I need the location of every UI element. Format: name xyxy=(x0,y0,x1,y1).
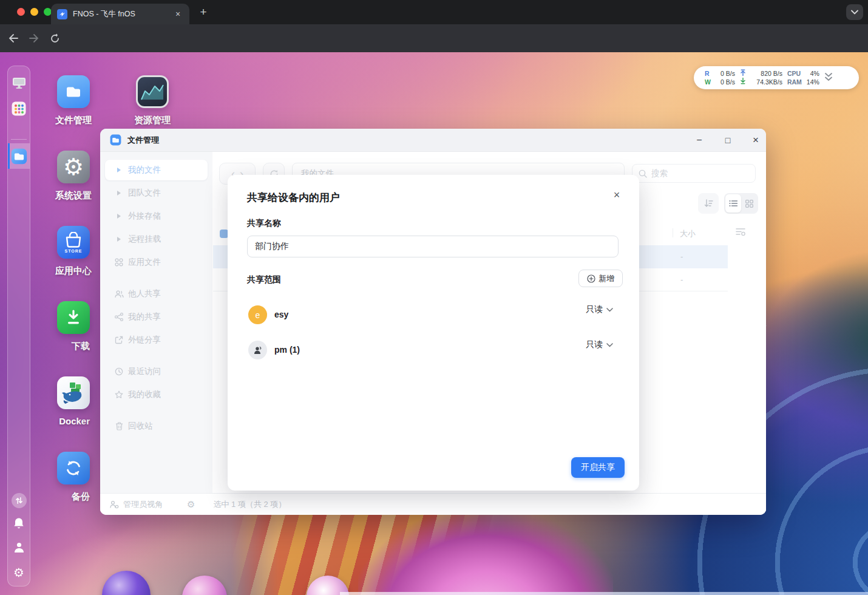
sidebar-item-my-files[interactable]: 我的文件 xyxy=(105,160,208,180)
list-view-icon xyxy=(729,200,737,207)
desktop-icon-resource-monitor[interactable]: 资源管理 xyxy=(136,75,169,126)
dialog-close-icon[interactable]: × xyxy=(609,187,625,203)
forward-icon[interactable] xyxy=(25,30,42,47)
search-input[interactable] xyxy=(651,169,736,178)
share-name-label: 共享名称 xyxy=(247,218,281,229)
user-name: esy xyxy=(274,305,288,324)
download-arrow-icon xyxy=(740,78,746,84)
new-tab-button[interactable]: + xyxy=(197,5,210,19)
wallpaper-bottom-strip xyxy=(340,592,868,595)
desktop-icon-docker[interactable]: Docker xyxy=(57,376,90,427)
sidebar-item-app-files[interactable]: 应用文件 xyxy=(105,252,208,273)
sidebar-item-team-files[interactable]: 团队文件 xyxy=(105,183,208,203)
people-icon xyxy=(115,290,124,298)
screen: FNOS - 飞牛 fnOS × + 不安全 192.168.9.196:566… xyxy=(0,0,868,595)
sort-icon xyxy=(704,199,713,208)
person-icon xyxy=(13,542,25,554)
window-title: 文件管理 xyxy=(127,135,159,146)
mac-close-button[interactable] xyxy=(17,8,25,16)
desktop-icon-label: 应用中心 xyxy=(55,265,92,277)
enable-share-button[interactable]: 开启共享 xyxy=(571,457,625,478)
dock-divider xyxy=(11,139,27,140)
desktop-icon-label: Docker xyxy=(59,416,90,426)
sync-icon xyxy=(64,459,83,477)
wallpaper-pink-swirl xyxy=(358,514,613,595)
transfer-icon xyxy=(15,497,23,505)
sidebar-item-external-storage[interactable]: 外接存储 xyxy=(105,206,208,226)
dock-desktop-button[interactable] xyxy=(8,77,30,89)
dock-active-indicator xyxy=(8,143,10,169)
browser-tab[interactable]: FNOS - 飞牛 fnOS × xyxy=(51,4,189,24)
sidebar-item-recycle-bin[interactable]: 回收站 xyxy=(105,416,208,437)
desktop-icon-downloads[interactable]: 下载 xyxy=(57,301,90,352)
mac-minimize-button[interactable] xyxy=(30,8,38,16)
dock-user-button[interactable] xyxy=(8,542,30,554)
upload-value: 820 B/s xyxy=(748,69,785,78)
list-view-button[interactable] xyxy=(725,194,741,212)
size-column-header[interactable]: 大小 xyxy=(680,228,696,239)
grid-view-button[interactable] xyxy=(741,194,757,212)
window-title-bar[interactable]: 文件管理 xyxy=(100,129,766,152)
desktop-icon-app-center[interactable]: STORE 应用中心 xyxy=(57,226,90,277)
gear-icon: ⚙ xyxy=(63,154,84,180)
tab-search-chevron-icon[interactable] xyxy=(846,4,863,20)
desktop-icon-system-settings[interactable]: ⚙ 系统设置 xyxy=(57,151,90,202)
ram-label: RAM xyxy=(785,78,804,86)
file-size-value: - xyxy=(680,252,683,261)
dialog-title: 共享给设备内的用户 xyxy=(247,191,340,205)
status-gear-icon[interactable]: ⚙ xyxy=(187,499,195,510)
ram-value: 14% xyxy=(804,78,822,86)
caret-right-icon xyxy=(117,168,121,172)
dock-apps-button[interactable] xyxy=(8,101,30,116)
dock-file-manager-button[interactable] xyxy=(8,143,30,169)
write-label: W xyxy=(702,78,713,86)
dock-notifications-button[interactable] xyxy=(8,517,30,530)
column-settings-icon[interactable] xyxy=(736,227,745,239)
user-avatar: e xyxy=(248,305,267,324)
add-user-button[interactable]: 新增 xyxy=(578,270,623,287)
external-link-icon xyxy=(115,336,123,344)
desktop-icon-file-manager[interactable]: 文件管理 xyxy=(57,75,90,126)
sidebar-item-external-links[interactable]: 外链分享 xyxy=(105,330,208,350)
chevron-down-icon xyxy=(606,343,613,347)
folder-icon xyxy=(64,82,83,101)
window-close-button[interactable]: × xyxy=(749,134,762,147)
window-minimize-button[interactable]: − xyxy=(693,134,706,147)
view-toggle xyxy=(724,193,758,214)
sort-button[interactable] xyxy=(698,193,719,214)
sidebar-item-my-shares[interactable]: 我的共享 xyxy=(105,307,208,327)
sidebar-item-favorites[interactable]: 我的收藏 xyxy=(105,384,208,405)
file-manager-sidebar: 我的文件 团队文件 外接存储 远程挂载 应用文件 他人共享 我的共享 外链分享 … xyxy=(100,152,212,515)
search-box[interactable] xyxy=(632,164,756,183)
sidebar-item-shared-by-others[interactable]: 他人共享 xyxy=(105,284,208,304)
back-icon[interactable] xyxy=(5,30,22,47)
group-avatar xyxy=(248,341,267,359)
sidebar-item-recent[interactable]: 最近访问 xyxy=(105,361,208,382)
share-name-input[interactable] xyxy=(247,236,619,257)
wallpaper-sphere xyxy=(102,571,151,595)
cpu-value: 4% xyxy=(804,69,822,78)
permission-dropdown[interactable]: 只读 xyxy=(586,304,613,315)
admin-view-toggle[interactable]: 管理员视角 xyxy=(110,499,163,510)
desktop-icon-backup[interactable]: 备份 xyxy=(57,452,90,503)
search-icon xyxy=(639,169,647,178)
system-stats-widget[interactable]: R 0 B/s 820 B/s CPU 4% W 0 B/s 74.3KB/s … xyxy=(694,66,859,89)
reload-icon[interactable] xyxy=(46,30,63,47)
app-files-icon xyxy=(115,258,123,267)
tab-close-icon[interactable]: × xyxy=(172,8,183,19)
download-icon xyxy=(65,309,82,326)
caret-right-icon xyxy=(117,191,121,195)
select-all-checkbox[interactable] xyxy=(220,229,228,238)
permission-dropdown[interactable]: 只读 xyxy=(586,339,613,350)
dock-transfer-button[interactable] xyxy=(8,493,30,508)
upload-arrow-icon xyxy=(740,69,746,76)
collapse-chevrons-icon[interactable] xyxy=(824,72,833,82)
dock-settings-button[interactable]: ⚙ xyxy=(8,565,30,580)
window-maximize-button[interactable]: □ xyxy=(721,134,734,147)
selection-status: 选中 1 项（共 2 项） xyxy=(213,499,286,510)
sidebar-item-remote-mount[interactable]: 远程挂载 xyxy=(105,229,208,250)
desktop-icon-label: 系统设置 xyxy=(55,190,92,202)
wallpaper-sphere xyxy=(182,576,227,595)
plus-circle-icon xyxy=(587,274,595,283)
clock-icon xyxy=(115,367,123,376)
